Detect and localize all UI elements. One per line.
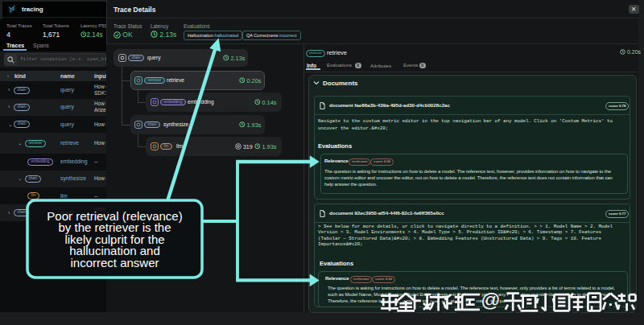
- svg-text:@: @: [481, 289, 500, 311]
